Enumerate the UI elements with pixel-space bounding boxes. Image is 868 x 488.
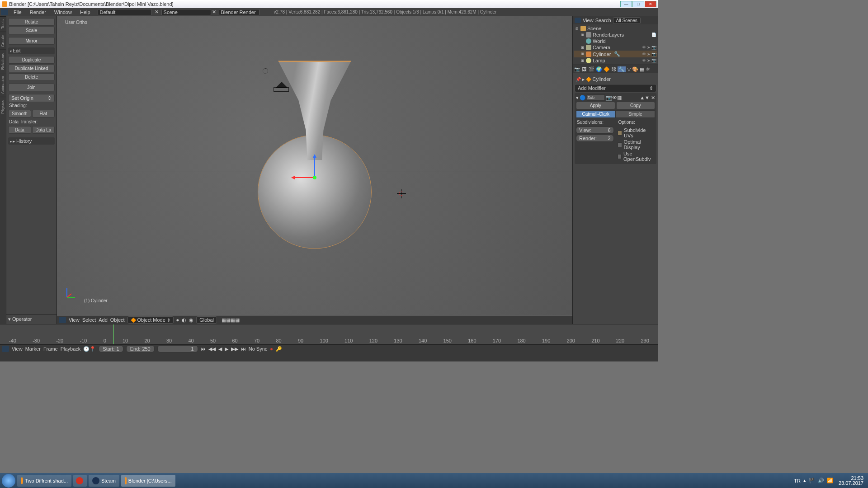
duplicate-linked-button[interactable]: Duplicate Linked (8, 65, 55, 72)
set-origin-dropdown[interactable]: Set Origin ⇕ (8, 94, 55, 102)
toolshelf-tabs: Tools Create Relations Animation Physics (0, 16, 6, 324)
editor-type-icon[interactable] (1, 9, 8, 15)
outliner-renderlayers[interactable]: ⊞RenderLayers📄 (574, 32, 657, 38)
axis-indicator-icon (65, 287, 77, 299)
join-button[interactable]: Join (8, 84, 55, 91)
tab-animation[interactable]: Animation (0, 73, 6, 97)
render-engine-selector[interactable]: Blender Render (219, 9, 259, 15)
minimize-button[interactable]: — (620, 1, 632, 7)
jump-end-button[interactable]: ⏭ (241, 346, 246, 352)
close-button[interactable]: ✕ (645, 1, 656, 7)
tab-create[interactable]: Create (0, 32, 6, 50)
tab-tools[interactable]: Tools (0, 16, 6, 32)
shading-flat-button[interactable]: Flat (32, 110, 55, 117)
outliner-world[interactable]: World (574, 38, 657, 44)
menu-render[interactable]: Render (26, 9, 50, 15)
play-reverse-button[interactable]: ◀ (218, 346, 222, 352)
modifier-apply-button[interactable]: Apply (576, 102, 615, 109)
3d-viewport[interactable]: User Ortho (1) Cylinder View Select (57, 16, 572, 324)
history-panel-header[interactable]: ▸ History (8, 137, 55, 145)
data-button[interactable]: Data (8, 126, 31, 134)
subdiv-render-field[interactable]: Render:2 (576, 135, 614, 142)
add-modifier-dropdown[interactable]: Add Modifier⇕ (575, 84, 656, 92)
tl-menu-playback[interactable]: Playback (61, 346, 81, 352)
sync-mode-dropdown[interactable]: No Sync (249, 346, 268, 352)
orientation-selector[interactable]: Global (196, 316, 217, 324)
outliner-search[interactable]: Search (595, 18, 611, 23)
blender-icon (2, 1, 7, 7)
editor-type-icon[interactable] (59, 317, 66, 323)
svg-line-2 (67, 294, 71, 297)
modifier-copy-button[interactable]: Copy (616, 102, 656, 109)
shading-smooth-button[interactable]: Smooth (8, 110, 31, 117)
maximize-button[interactable]: □ (632, 1, 644, 7)
menubar: File Render Window Help Default ✕ Scene … (0, 8, 658, 16)
properties-breadcrumb: 📌 ▸ 🔶 Cylinder (575, 75, 656, 83)
current-frame-field[interactable]: 1 (157, 345, 198, 352)
modifier-name-field[interactable] (587, 94, 605, 101)
gizmo-z-axis[interactable] (314, 155, 315, 178)
timeline-editor-icon[interactable] (2, 346, 9, 352)
menu-file[interactable]: File (10, 9, 25, 15)
vp-menu-object[interactable]: Object (110, 317, 125, 323)
vp-menu-view[interactable]: View (69, 317, 80, 323)
auto-keyframe-button[interactable]: ● (270, 346, 273, 352)
gizmo-x-axis[interactable] (292, 177, 315, 178)
operator-label: Operator (12, 316, 32, 322)
subdiv-catmull-toggle[interactable]: Catmull-Clark (576, 110, 616, 118)
vp-menu-select[interactable]: Select (82, 317, 96, 323)
rotate-button[interactable]: Rotate (8, 18, 55, 26)
viewport-header: View Select Add Object 🔶 Object Mode ⇕ ●… (57, 316, 572, 324)
opensubdiv-checkbox[interactable] (618, 154, 622, 159)
gizmo-origin[interactable] (313, 176, 316, 179)
optimal-display-checkbox[interactable] (618, 142, 622, 147)
menu-help[interactable]: Help (76, 9, 94, 15)
3d-cursor[interactable] (397, 189, 406, 198)
outliner-camera[interactable]: ⊞Camera👁➤📷 (574, 44, 657, 51)
viewport-label: User Ortho (65, 20, 87, 25)
scene-selector[interactable]: Scene (161, 9, 211, 15)
subdivide-uvs-checkbox[interactable] (618, 131, 623, 136)
start-frame-field[interactable]: Start:1 (99, 345, 123, 352)
properties-panel: 📌 ▸ 🔶 Cylinder Add Modifier⇕ ▾🔵 📷👁▦ ▲▼ ✕… (573, 73, 658, 324)
window-title: Blender [C:\Users\Tahsin Reyiz\Documents… (9, 1, 174, 7)
tl-menu-view[interactable]: View (12, 346, 23, 352)
outliner-filter[interactable]: All Scenes (613, 17, 641, 24)
outliner-lamp[interactable]: ⊞Lamp👁➤📷 (574, 57, 657, 64)
shading-header: Shading: (8, 102, 55, 110)
end-frame-field[interactable]: End:250 (126, 345, 155, 352)
scale-button[interactable]: Scale (8, 27, 55, 34)
keying-set-icon[interactable]: 🔑 (276, 346, 282, 352)
outliner-scene[interactable]: ⊟Scene (574, 25, 657, 32)
tl-menu-marker[interactable]: Marker (25, 346, 41, 352)
selected-object-label: (1) Cylinder (84, 298, 108, 303)
edit-panel-header[interactable]: Edit (8, 47, 55, 54)
prev-keyframe-button[interactable]: ◀◀ (208, 346, 216, 352)
subdivisions-header: Subdivisions: (576, 119, 614, 127)
outliner-cylinder[interactable]: ⊞Cylinder🔧👁➤📷 (574, 51, 657, 57)
data-transfer-header: Data Transfer: (8, 118, 55, 126)
timeline-ruler[interactable]: -40-30-20-100102030405060708090100110120… (0, 324, 658, 345)
layout-selector[interactable]: Default (98, 9, 152, 15)
next-keyframe-button[interactable]: ▶▶ (231, 346, 238, 352)
timeline-ticks: -40-30-20-100102030405060708090100110120… (0, 338, 658, 343)
data-layout-button[interactable]: Data La (32, 126, 55, 134)
outliner-editor-icon[interactable] (575, 18, 581, 23)
tl-menu-frame[interactable]: Frame (43, 346, 58, 352)
mirror-button[interactable]: Mirror (8, 37, 55, 45)
tab-relations[interactable]: Relations (0, 50, 6, 73)
delete-button[interactable]: Delete (8, 73, 55, 81)
vp-menu-add[interactable]: Add (99, 317, 108, 323)
tab-physics[interactable]: Physics (0, 97, 6, 117)
subdiv-simple-toggle[interactable]: Simple (616, 110, 656, 118)
mode-selector[interactable]: 🔶 Object Mode ⇕ (127, 316, 174, 324)
duplicate-button[interactable]: Duplicate (8, 56, 55, 64)
play-button[interactable]: ▶ (225, 346, 228, 352)
options-header: Options: (618, 119, 656, 127)
outliner-view[interactable]: View (583, 18, 594, 23)
jump-start-button[interactable]: ⏮ (201, 346, 206, 352)
toolshelf: Rotate Scale Mirror Edit Duplicate Dupli… (6, 16, 57, 324)
operator-panel: ▾ Operator (6, 314, 57, 324)
menu-window[interactable]: Window (51, 9, 75, 15)
subdiv-view-field[interactable]: View:6 (576, 127, 614, 134)
